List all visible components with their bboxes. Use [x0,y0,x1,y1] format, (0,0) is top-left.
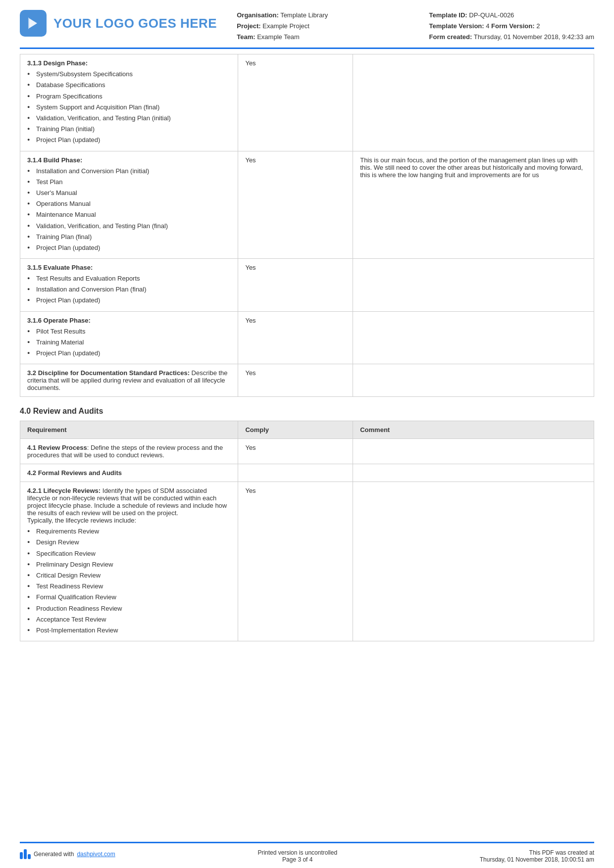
page-wrapper: YOUR LOGO GOES HERE Organisation: Templa… [0,0,614,868]
list-item: Installation and Conversion Plan (final) [27,284,231,295]
pdf-created: This PDF was created atThursday, 01 Nove… [480,849,594,863]
table-row: 4.2.1 Lifecycle Reviews: Identify the ty… [20,482,594,641]
comment-cell: This is our main focus, and the portion … [353,151,594,259]
comment-cell [353,464,594,482]
comply-cell: Yes [238,311,353,364]
section-table: 3.1.3 Design Phase:System/Subsystem Spec… [20,54,594,397]
footer-right: This PDF was created atThursday, 01 Nove… [480,849,594,863]
list-item: System Support and Acquisition Plan (fin… [27,102,231,113]
project-label: Project: [237,22,260,30]
review-table: Requirement Comply Comment 4.1 Review Pr… [20,421,594,641]
header: YOUR LOGO GOES HERE Organisation: Templa… [20,0,594,49]
row-label: 4.1 Review Process [27,444,87,451]
col-requirement: Requirement [20,421,238,439]
table-row: 4.1 Review Process: Define the steps of … [20,439,594,464]
comment-cell [353,364,594,397]
header-right: Template ID: DP-QUAL-0026 Template Versi… [429,10,594,43]
list-item: System/Subsystem Specifications [27,69,231,80]
list-item: Training Material [27,337,231,348]
phase-title: 3.1.5 Evaluate Phase: [27,264,231,271]
footer-logo-icon [20,849,31,859]
form-created-value: Thursday, 01 November 2018, 9:42:33 am [474,33,594,41]
page-info: Printed version is uncontrolledPage 3 of… [257,849,337,863]
table-row: 3.1.6 Operate Phase:Pilot Test ResultsTr… [20,311,594,364]
comply-cell: Yes [238,151,353,259]
requirement-cell: 4.2.1 Lifecycle Reviews: Identify the ty… [20,482,238,641]
comment-cell [353,54,594,151]
list-item: Test Readiness Review [27,581,231,592]
requirement-cell: 3.1.6 Operate Phase:Pilot Test ResultsTr… [20,311,238,364]
org-value: Template Library [280,11,328,19]
row-heading: 4.2 Formal Reviews and Audits [27,469,122,477]
list-item: Validation, Verification, and Testing Pl… [27,221,231,232]
form-version-label: Form Version: [491,22,534,30]
list-item: Formal Qualification Review [27,592,231,603]
team-label: Team: [237,33,255,41]
bullet-list: Requirements ReviewDesign ReviewSpecific… [27,526,231,636]
bullet-list: Installation and Conversion Plan (initia… [27,166,231,254]
list-item: Project Plan (updated) [27,242,231,253]
list-item: Production Readiness Review [27,603,231,614]
list-item: Critical Design Review [27,570,231,581]
review-heading: 4.0 Review and Audits [20,407,594,416]
footer-bar-1 [20,852,23,859]
requirement-cell: 3.1.4 Build Phase:Installation and Conve… [20,151,238,259]
table-row: 3.1.5 Evaluate Phase:Test Results and Ev… [20,259,594,312]
form-created-label: Form created: [429,33,472,41]
phase-title: 3.1.6 Operate Phase: [27,317,231,324]
comply-cell: Yes [238,54,353,151]
col-comment: Comment [353,421,594,439]
template-version-label: Template Version: [429,22,484,30]
list-item: Test Plan [27,177,231,188]
list-item: Project Plan (updated) [27,348,231,359]
template-id-row: Template ID: DP-QUAL-0026 [429,10,594,21]
list-item: Requirements Review [27,526,231,537]
logo-section: YOUR LOGO GOES HERE [20,10,217,37]
requirement-cell: 4.1 Review Process: Define the steps of … [20,439,238,464]
org-row: Organisation: Template Library [237,10,429,21]
review-header-row: Requirement Comply Comment [20,421,594,439]
comment-cell [353,439,594,464]
main-content: 3.1.3 Design Phase:System/Subsystem Spec… [20,49,594,842]
footer-bar-2 [24,849,27,859]
comply-cell: Yes [238,439,353,464]
list-item: Maintenance Manual [27,209,231,220]
list-item: Project Plan (updated) [27,295,231,306]
form-version-value: 2 [536,22,540,30]
list-item: Training Plan (initial) [27,124,231,135]
requirement-cell: 3.1.5 Evaluate Phase:Test Results and Ev… [20,259,238,312]
table-row: 3.1.3 Design Phase:System/Subsystem Spec… [20,54,594,151]
review-table-head: Requirement Comply Comment [20,421,594,439]
comply-cell: Yes [238,482,353,641]
form-created-row: Form created: Thursday, 01 November 2018… [429,32,594,43]
list-item: Installation and Conversion Plan (initia… [27,166,231,177]
list-item: Program Specifications [27,91,231,102]
col-comply: Comply [238,421,353,439]
list-item: Test Results and Evaluation Reports [27,273,231,284]
comment-cell [353,311,594,364]
list-item: Post-Implementation Review [27,625,231,636]
list-item: User's Manual [27,188,231,198]
table-row: 3.1.4 Build Phase:Installation and Conve… [20,151,594,259]
list-item: Design Review [27,537,231,548]
logo-text: YOUR LOGO GOES HERE [53,16,217,31]
version-row: Template Version: 4 Form Version: 2 [429,21,594,32]
footer-bar-3 [28,854,31,859]
comply-cell: Yes [238,259,353,312]
list-item: Database Specifications [27,80,231,91]
template-version-value: 4 [486,22,489,30]
row-label: 4.2.1 Lifecycle Reviews: [27,487,101,494]
list-item: Training Plan (final) [27,232,231,242]
comply-cell [238,464,353,482]
phase-title: 3.2 Discipline for Documentation Standar… [27,369,190,377]
list-item: Acceptance Test Review [27,614,231,625]
comment-cell [353,259,594,312]
template-id-label: Template ID: [429,11,467,19]
dashpivot-link[interactable]: dashpivot.com [77,851,115,858]
team-row: Team: Example Team [237,32,429,43]
footer: Generated with dashpivot.com Printed ver… [20,842,594,868]
list-item: Operations Manual [27,198,231,209]
list-item: Project Plan (updated) [27,135,231,145]
bullet-list: Pilot Test ResultsTraining MaterialProje… [27,326,231,359]
footer-center: Printed version is uncontrolledPage 3 of… [257,849,337,863]
